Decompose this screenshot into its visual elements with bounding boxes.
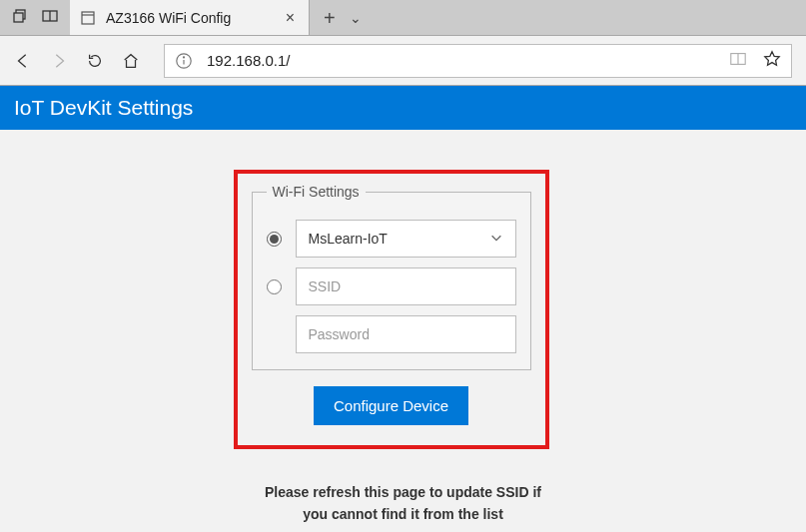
svg-point-8 bbox=[183, 56, 184, 57]
favorite-icon[interactable] bbox=[763, 50, 781, 72]
ssid-placeholder: SSID bbox=[309, 278, 503, 294]
address-bar[interactable]: 192.168.0.1/ bbox=[164, 44, 792, 78]
content-area: Wi-Fi Settings MsLearn-IoT SSID bbox=[0, 130, 806, 526]
url-text: 192.168.0.1/ bbox=[207, 52, 715, 69]
page-icon bbox=[80, 10, 96, 26]
browser-tab-bar: AZ3166 WiFi Config × + ⌄ bbox=[0, 0, 806, 36]
window-overlap-icon[interactable] bbox=[12, 8, 28, 28]
close-tab-icon[interactable]: × bbox=[282, 9, 299, 27]
wifi-settings-fieldset: Wi-Fi Settings MsLearn-IoT SSID bbox=[252, 184, 531, 370]
home-button[interactable] bbox=[122, 52, 140, 70]
ssid-select-row: MsLearn-IoT bbox=[267, 220, 516, 258]
password-input[interactable]: Password bbox=[296, 315, 516, 353]
ssid-manual-radio[interactable] bbox=[267, 279, 282, 294]
password-placeholder: Password bbox=[309, 326, 503, 342]
ssid-manual-row: SSID bbox=[267, 267, 516, 305]
tab-actions: + ⌄ bbox=[310, 0, 376, 35]
tab-dropdown-icon[interactable]: ⌄ bbox=[350, 11, 362, 25]
svg-rect-1 bbox=[14, 13, 23, 22]
window-controls bbox=[0, 0, 70, 35]
chevron-down-icon bbox=[489, 231, 503, 248]
svg-rect-4 bbox=[82, 12, 94, 24]
tab-title: AZ3166 WiFi Config bbox=[106, 10, 272, 26]
page-title: IoT DevKit Settings bbox=[0, 86, 806, 130]
settings-highlight-box: Wi-Fi Settings MsLearn-IoT SSID bbox=[234, 170, 549, 449]
configure-device-button[interactable]: Configure Device bbox=[314, 386, 468, 425]
new-tab-button[interactable]: + bbox=[324, 8, 336, 28]
forward-button[interactable] bbox=[50, 52, 68, 70]
ssid-selected-value: MsLearn-IoT bbox=[309, 231, 489, 247]
ssid-select-radio[interactable] bbox=[267, 232, 282, 247]
refresh-hint-text: Please refresh this page to update SSID … bbox=[234, 481, 573, 526]
reading-view-icon[interactable] bbox=[729, 50, 747, 72]
password-row: Password bbox=[296, 315, 516, 353]
window-split-icon[interactable] bbox=[42, 8, 58, 28]
ssid-select[interactable]: MsLearn-IoT bbox=[296, 220, 516, 258]
browser-nav-bar: 192.168.0.1/ bbox=[0, 36, 806, 86]
fieldset-legend: Wi-Fi Settings bbox=[267, 184, 366, 200]
site-info-icon[interactable] bbox=[175, 52, 193, 70]
refresh-button[interactable] bbox=[86, 52, 104, 70]
back-button[interactable] bbox=[14, 52, 32, 70]
browser-tab-active[interactable]: AZ3166 WiFi Config × bbox=[70, 0, 310, 35]
ssid-input[interactable]: SSID bbox=[296, 267, 516, 305]
